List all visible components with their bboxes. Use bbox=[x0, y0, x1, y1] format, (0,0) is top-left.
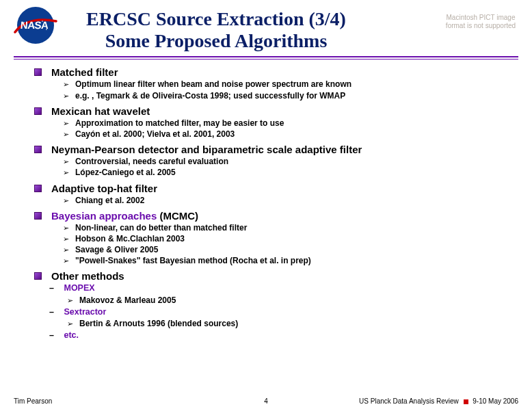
list-item: "Powell-Snakes" fast Bayesian method (Ro… bbox=[75, 255, 518, 266]
list-item: Chiang et al. 2002 bbox=[75, 195, 518, 206]
bullet-square-icon bbox=[34, 185, 42, 192]
list-item: Savage & Oliver 2005 bbox=[75, 244, 518, 255]
bullet-square-icon bbox=[34, 68, 42, 76]
list-item: Bertin & Arnouts 1996 (blended sources) bbox=[79, 318, 518, 330]
bullet-square-icon bbox=[34, 107, 42, 115]
dash-label: etc. bbox=[64, 330, 79, 340]
dash-label: MOPEX bbox=[64, 283, 94, 293]
title-line-1: ERCSC Source Extraction (3/4) bbox=[66, 8, 367, 30]
bullet-square-icon bbox=[34, 146, 42, 153]
footer: Tim Pearson 4 US Planck Data Analysis Re… bbox=[14, 397, 518, 405]
list-item: Cayón et al. 2000; Vielva et al. 2001, 2… bbox=[75, 129, 518, 140]
list-item-group: Chiang et al. 2002 bbox=[34, 195, 518, 206]
dash-item: MOPEX bbox=[62, 282, 518, 295]
list-item: Optimum linear filter when beam and nois… bbox=[75, 79, 518, 90]
heading-text: Mexican hat wavelet bbox=[51, 105, 150, 117]
footer-event-name: US Planck Data Analysis Review bbox=[359, 397, 459, 405]
title-line-2: Some Proposed Algorithms bbox=[66, 30, 367, 52]
dash-item: Sextractor bbox=[62, 306, 518, 319]
bullet-square-icon bbox=[34, 212, 42, 220]
footer-event: US Planck Data Analysis Review 9-10 May … bbox=[359, 397, 518, 405]
dash-label: Sextractor bbox=[64, 307, 106, 317]
bullet-square-icon bbox=[34, 272, 42, 280]
heading-text-purple: Bayesian approaches bbox=[51, 210, 157, 222]
heading-text: Other methods bbox=[51, 270, 124, 282]
heading-text: (MCMC) bbox=[157, 210, 198, 222]
list-item-group: Approximation to matched filter, may be … bbox=[34, 118, 518, 140]
list-item: Approximation to matched filter, may be … bbox=[75, 118, 518, 129]
nasa-logo-text: NASA bbox=[20, 19, 49, 31]
slide: NASA ERCSC Source Extraction (3/4) Some … bbox=[0, 0, 532, 409]
horizontal-rule bbox=[14, 56, 518, 60]
heading-other-methods: Other methods bbox=[34, 270, 518, 282]
list-item: Controversial, needs careful evaluation bbox=[75, 156, 518, 167]
heading-mexican-hat: Mexican hat wavelet bbox=[34, 105, 518, 117]
list-item: Hobson & Mc.Clachlan 2003 bbox=[75, 233, 518, 244]
content-body: Matched filter Optimum linear filter whe… bbox=[14, 66, 518, 341]
heading-text: Neyman-Pearson detector and biparametric… bbox=[51, 144, 362, 155]
header-row: NASA ERCSC Source Extraction (3/4) Some … bbox=[14, 7, 518, 52]
footer-date: 9-10 May 2006 bbox=[473, 397, 518, 405]
list-item-group: Optimum linear filter when beam and nois… bbox=[34, 79, 518, 101]
heading-adaptive-tophat: Adaptive top-hat filter bbox=[34, 183, 518, 194]
heading-neyman-pearson: Neyman-Pearson detector and biparametric… bbox=[34, 144, 518, 155]
footer-author: Tim Pearson bbox=[14, 397, 52, 405]
footer-page-number: 4 bbox=[264, 397, 268, 405]
list-item: e.g. , Tegmark & de Oliveira-Costa 1998;… bbox=[75, 90, 518, 101]
nasa-logo: NASA bbox=[14, 7, 57, 44]
list-item: López-Caniego et al. 2005 bbox=[75, 167, 518, 178]
red-square-icon bbox=[464, 399, 468, 404]
list-item-group: Non-linear, can do better than matched f… bbox=[34, 222, 518, 267]
list-item-group: Controversial, needs careful evaluation … bbox=[34, 156, 518, 178]
heading-text: Matched filter bbox=[51, 66, 118, 78]
list-item: Makovoz & Marleau 2005 bbox=[79, 295, 518, 306]
dash-list: MOPEX Makovoz & Marleau 2005 Sextractor … bbox=[34, 282, 518, 341]
heading-matched-filter: Matched filter bbox=[34, 66, 518, 78]
list-item: Non-linear, can do better than matched f… bbox=[75, 222, 518, 233]
heading-bayesian: Bayesian approaches (MCMC) bbox=[34, 210, 518, 222]
pict-placeholder-icon: Macintosh PICT image format is not suppo… bbox=[443, 7, 518, 37]
slide-title: ERCSC Source Extraction (3/4) Some Propo… bbox=[66, 7, 435, 52]
dash-item: etc. bbox=[62, 330, 518, 342]
heading-text: Adaptive top-hat filter bbox=[51, 183, 157, 194]
